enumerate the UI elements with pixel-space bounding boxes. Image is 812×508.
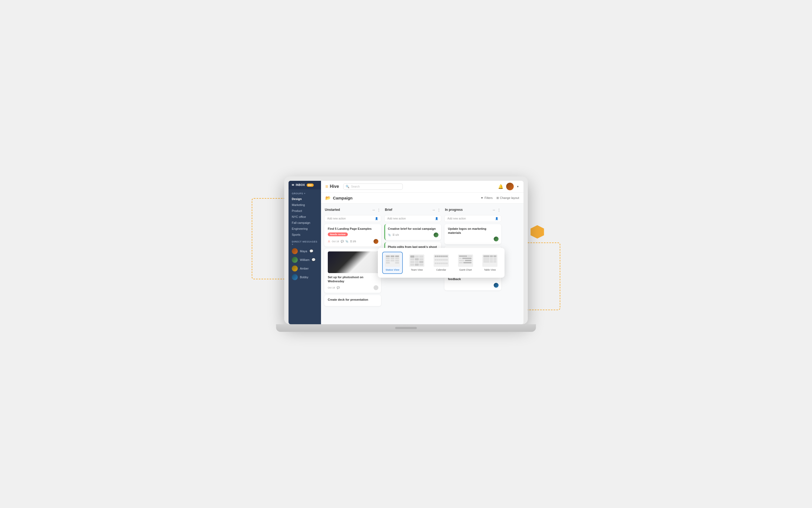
sidebar-item-marketing[interactable]: Marketing	[289, 202, 321, 208]
col-inprogress-expand-icon[interactable]: ↔	[492, 208, 496, 212]
avatar-william	[292, 257, 298, 263]
inbox-envelope-icon: ✉	[292, 183, 294, 186]
add-action-label: Add new action	[327, 217, 346, 220]
card-photoshoot[interactable]: Set up for photoshoot on Wednesday Oct 1…	[324, 249, 381, 293]
user-avatar[interactable]	[506, 183, 514, 190]
add-action-brief-label: Add new action	[387, 217, 406, 220]
sidebar-item-nyc-office[interactable]: NYC office	[289, 214, 321, 220]
topbar-right: 🔔 ▼	[498, 183, 519, 190]
notifications-bell-icon[interactable]: 🔔	[498, 184, 504, 189]
sidebar-item-product[interactable]: Product	[289, 208, 321, 214]
search-bar[interactable]: 🔍 Search	[343, 183, 403, 190]
col-inprogress-more-icon[interactable]: ⋮	[497, 208, 501, 212]
add-action-unstarted[interactable]: Add new action 👤	[324, 215, 381, 222]
grid-icon: ⊞	[497, 196, 499, 200]
add-action-progress-label: Add new action	[447, 217, 466, 220]
hexagon-decoration	[530, 225, 544, 241]
layout-option-team-view[interactable]: Team View	[407, 252, 427, 274]
layout-popup: Status View	[378, 248, 505, 278]
table-view-preview	[482, 254, 498, 267]
card-brief-meta: 📎 ☰ 1/3	[388, 232, 438, 237]
user-dropdown-icon[interactable]: ▼	[516, 185, 519, 188]
add-action-progress-person-icon: 👤	[495, 217, 498, 220]
dm-section-title: DIRECT MESSAGES +	[289, 238, 321, 247]
col-title-in-progress: In progress	[445, 208, 463, 212]
app-container: ✉ INBOX 99+ GROUPS + Design Marketing Pr…	[289, 181, 523, 324]
sidebar-item-sports[interactable]: Sports	[289, 232, 321, 238]
sidebar-dm-bobby[interactable]: Bobby	[289, 273, 321, 282]
william-chat-bubble: 💬	[311, 258, 315, 262]
groups-section-title: GROUPS +	[289, 189, 321, 196]
sidebar-dm-amber[interactable]: Amber	[289, 264, 321, 273]
add-action-person-icon: 👤	[375, 217, 378, 220]
layout-option-calendar[interactable]: Calendar	[431, 252, 452, 274]
dm-maya-name: Maya	[300, 250, 307, 253]
card-landing-date: Oct 18	[332, 240, 339, 243]
avatar-maya	[292, 248, 298, 254]
avatar-amber	[292, 265, 298, 271]
sidebar-dm-william[interactable]: William 💬	[289, 255, 321, 264]
kanban-col-unstarted: Unstarted ↔ ⋮ Add new action 👤	[324, 207, 381, 321]
layout-option-status-view[interactable]: Status View	[382, 252, 403, 274]
alert-icon: ⚠	[328, 240, 330, 243]
project-header: 📂 Campaign ▼ Filters ⊞ Change layout	[321, 193, 523, 204]
logo: ≡ Hive	[325, 184, 339, 189]
sidebar-item-engineering[interactable]: Engineering	[289, 226, 321, 232]
card-photoshoot-image	[328, 251, 378, 273]
avatar-bobby	[292, 274, 298, 280]
filter-icon: ▼	[480, 196, 483, 200]
checklist-indicator: ☰ 2/5	[350, 240, 356, 243]
laptop-wrapper: ✉ INBOX 99+ GROUPS + Design Marketing Pr…	[284, 176, 528, 332]
inbox-badge: 99+	[307, 183, 314, 187]
sidebar-item-fall-campaign[interactable]: Fall campaign	[289, 220, 321, 226]
change-layout-button[interactable]: ⊞ Change layout	[497, 196, 519, 200]
brief-attachment-icon: 📎	[388, 234, 391, 236]
layout-option-gantt-chart[interactable]: Gantt Chart	[455, 252, 476, 274]
card-logos[interactable]: Update logos on marketing materials	[444, 224, 501, 244]
dm-amber-name: Amber	[300, 267, 308, 270]
card-needs-review-badge: Needs review	[328, 232, 348, 236]
col-brief-expand-icon[interactable]: ↔	[432, 208, 435, 212]
dm-william-name: William	[300, 258, 309, 261]
sidebar-inbox-item[interactable]: ✉ INBOX 99+	[289, 181, 321, 189]
search-placeholder: Search	[351, 185, 360, 188]
card-logos-title: Update logos on marketing materials	[448, 227, 499, 235]
card-deck[interactable]: Create deck for presentation	[324, 295, 381, 306]
status-view-label: Status View	[386, 268, 399, 271]
comment-icon: 💬	[341, 240, 344, 243]
laptop-screen-inner: ✉ INBOX 99+ GROUPS + Design Marketing Pr…	[289, 181, 523, 324]
card-creative-brief-title: Creative brief for social campaign	[388, 227, 438, 231]
sidebar: ✉ INBOX 99+ GROUPS + Design Marketing Pr…	[289, 181, 321, 324]
sidebar-item-design[interactable]: Design	[289, 196, 321, 202]
main-content: ≡ Hive 🔍 Search 🔔 ▼	[321, 181, 523, 324]
col-actions-in-progress: ↔ ⋮	[492, 208, 501, 212]
card-landing-pages[interactable]: Find 5 Landing Page Examples Needs revie…	[324, 224, 381, 247]
calendar-preview	[434, 254, 449, 267]
add-action-brief[interactable]: Add new action 👤	[384, 215, 441, 222]
col-more-icon[interactable]: ⋮	[377, 208, 381, 212]
topbar: ≡ Hive 🔍 Search 🔔 ▼	[321, 181, 523, 193]
card-creative-brief[interactable]: Creative brief for social campaign 📎 ☰ 1…	[384, 224, 441, 240]
app-name: Hive	[330, 184, 339, 189]
card-logos-avatar	[494, 237, 499, 242]
gantt-chart-label: Gantt Chart	[459, 268, 472, 271]
add-action-in-progress[interactable]: Add new action 👤	[444, 215, 501, 222]
card-photoshoot-meta: Oct 18 💬	[328, 285, 378, 290]
card-logos-meta	[448, 237, 499, 242]
col-expand-icon[interactable]: ↔	[372, 208, 375, 212]
col-brief-more-icon[interactable]: ⋮	[437, 208, 441, 212]
brief-checklist: ☰ 1/3	[392, 234, 399, 236]
col-header-in-progress: In progress ↔ ⋮	[444, 207, 501, 213]
maya-chat-bubble: 💬	[309, 249, 313, 253]
project-actions: ▼ Filters ⊞ Change layout	[480, 196, 519, 200]
attachment-icon: 📎	[345, 240, 348, 243]
col-actions-brief: ↔ ⋮	[432, 208, 441, 212]
card-client-meta	[448, 283, 499, 288]
layout-option-table-view[interactable]: Table View	[480, 252, 500, 274]
studio-photo	[328, 251, 378, 273]
card-brief-avatar	[434, 232, 438, 237]
filters-button[interactable]: ▼ Filters	[480, 196, 493, 200]
col-title-unstarted: Unstarted	[325, 208, 340, 212]
team-view-label: Team View	[411, 268, 423, 271]
sidebar-dm-maya[interactable]: Maya 💬	[289, 247, 321, 255]
